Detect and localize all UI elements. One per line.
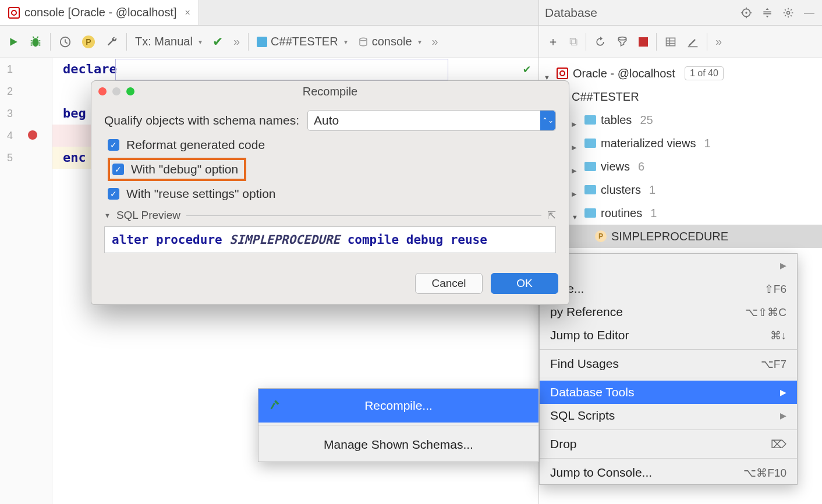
oracle-icon <box>557 68 568 79</box>
cancel-button[interactable]: Cancel <box>415 273 483 294</box>
tree-folder-routines[interactable]: routines1 <box>539 201 822 225</box>
tab-console[interactable]: console [Oracle - @localhost] × <box>0 0 199 25</box>
console-dropdown[interactable]: console▾ <box>356 34 424 49</box>
inspection-icon[interactable]: ✔ <box>523 62 530 76</box>
ctx-manage-schemas[interactable]: Manage Shown Schemas... <box>258 428 538 462</box>
run-button[interactable] <box>6 36 21 48</box>
svg-point-1 <box>745 12 747 13</box>
tab-title: console [Oracle - @localhost] <box>24 6 177 19</box>
ctx-recompile[interactable]: Recompile... <box>258 389 538 423</box>
folder-icon <box>584 162 596 171</box>
svg-point-2 <box>787 11 790 14</box>
gear-icon[interactable] <box>781 6 795 20</box>
breakpoint-icon[interactable] <box>28 130 37 140</box>
ctx-sql-scripts[interactable]: SQL Scripts▶ <box>540 404 797 427</box>
ctx-database-tools[interactable]: Database Tools▶ <box>540 381 797 404</box>
tree-folder-tables[interactable]: tables25 <box>539 108 822 132</box>
ok-button[interactable]: OK <box>491 273 558 294</box>
editor-gutter: 1 2 3 4 5 <box>0 58 52 504</box>
tree-folder-matviews[interactable]: materialized views1 <box>539 132 822 155</box>
sql-preview-label: SQL Preview <box>116 209 180 222</box>
chevron-updown-icon: ⌃⌄ <box>540 111 555 130</box>
ctx-copy-reference[interactable]: py Reference⌥⇧⌘C <box>540 300 797 324</box>
tree-folder-views[interactable]: views6 <box>539 155 822 178</box>
p-button[interactable]: P <box>80 34 97 49</box>
tree-folder-clusters[interactable]: clusters1 <box>539 178 822 201</box>
folder-icon <box>584 208 596 218</box>
tree-datasource[interactable]: Oracle - @localhost 1 of 40 <box>539 62 822 85</box>
schema-dropdown[interactable]: C##TESTER▾ <box>254 34 350 49</box>
history-button[interactable] <box>56 34 74 49</box>
qualify-label: Qualify objects with schema names: <box>104 113 299 127</box>
checkbox-icon: ✓ <box>108 188 119 200</box>
hammer-icon <box>269 399 281 413</box>
target-icon[interactable] <box>739 6 753 20</box>
edit-button[interactable] <box>685 35 701 49</box>
folder-icon <box>584 115 596 125</box>
debug-button[interactable] <box>27 34 44 49</box>
recompile-dialog: Recompile Qualify objects with schema na… <box>91 80 569 305</box>
editor-tab-bar: console [Oracle - @localhost] × <box>0 0 538 25</box>
checkbox-reformat[interactable]: ✓ Reformat generated code <box>108 138 556 152</box>
schema-count-badge: 1 of 40 <box>685 66 724 80</box>
refresh-button[interactable] <box>592 35 608 49</box>
collapse-icon[interactable] <box>760 6 774 20</box>
checkbox-reuse-settings[interactable]: ✓ With "reuse settings" option <box>108 187 556 201</box>
svg-point-6 <box>618 37 626 40</box>
ctx-drop[interactable]: Drop⌦ <box>540 432 797 456</box>
svg-rect-7 <box>667 38 675 45</box>
ctx-jump-console[interactable]: Jump to Console...⌥⌘F10 <box>540 461 797 484</box>
disclosure-triangle-icon[interactable]: ▼ <box>104 212 111 219</box>
table-view-button[interactable] <box>662 35 679 49</box>
svg-point-5 <box>360 38 367 41</box>
tree-routine-selected[interactable]: P SIMPLEPROCEDURE <box>539 225 822 248</box>
ctx-find-usages[interactable]: Find Usages⌥F7 <box>540 352 797 375</box>
line-number: 4 <box>0 125 52 147</box>
sql-preview: alter procedure SIMPLEPROCEDURE compile … <box>104 226 556 253</box>
ctx-jump-editor[interactable]: Jump to Editor⌘↓ <box>540 324 797 347</box>
highlighted-option: ✓ With "debug" option <box>108 158 246 181</box>
line-number: 2 <box>0 80 52 102</box>
tree-schema[interactable]: C##TESTER <box>539 85 822 108</box>
line-number: 1 <box>0 58 52 80</box>
context-menu-database-tools: Recompile... Manage Shown Schemas... <box>258 388 539 462</box>
editor-toolbar: P Tx: Manual▾ ✔ » C##TESTER▾ console▾ » <box>0 26 538 58</box>
dialog-titlebar[interactable]: Recompile <box>91 81 569 102</box>
dialog-title: Recompile <box>91 85 569 98</box>
context-menu-main: w▶ ame...⇧F6 py Reference⌥⇧⌘C Jump to Ed… <box>539 253 798 485</box>
oracle-icon <box>8 7 20 19</box>
qualify-select[interactable]: Auto ⌃⌄ <box>307 110 556 131</box>
procedure-icon: P <box>595 230 607 242</box>
checkbox-with-debug-label: With "debug" option <box>131 162 238 176</box>
folder-icon <box>584 185 596 194</box>
tx-mode-dropdown[interactable]: Tx: Manual▾ <box>133 34 204 49</box>
more-db-toolbar[interactable]: » <box>713 34 724 49</box>
line-number: 5 <box>0 147 52 169</box>
popout-icon[interactable]: ⇱ <box>547 209 556 222</box>
line-number: 3 <box>0 102 52 125</box>
database-panel-header: Database — <box>538 0 822 25</box>
ctx-new[interactable]: w▶ <box>540 254 797 277</box>
hide-icon[interactable]: — <box>802 6 816 20</box>
folder-icon <box>584 139 596 148</box>
more-tx[interactable]: » <box>231 34 242 49</box>
stop-button[interactable] <box>636 36 650 48</box>
filter-button[interactable] <box>614 35 630 49</box>
wrench-button[interactable] <box>103 34 121 49</box>
checkbox-icon[interactable]: ✓ <box>112 164 124 175</box>
database-panel-title: Database <box>545 6 732 20</box>
duplicate-button[interactable]: ⧉ <box>567 34 580 49</box>
svg-point-3 <box>33 38 39 47</box>
close-icon[interactable]: × <box>185 8 190 18</box>
commit-button[interactable]: ✔ <box>210 33 225 51</box>
add-datasource-button[interactable]: ＋ <box>545 33 561 51</box>
more-toolbar[interactable]: » <box>430 34 441 49</box>
ctx-rename[interactable]: ame...⇧F6 <box>540 277 797 300</box>
schema-icon <box>257 37 267 47</box>
database-toolbar: ＋ ⧉ » <box>538 26 822 58</box>
checkbox-icon: ✓ <box>108 139 119 151</box>
